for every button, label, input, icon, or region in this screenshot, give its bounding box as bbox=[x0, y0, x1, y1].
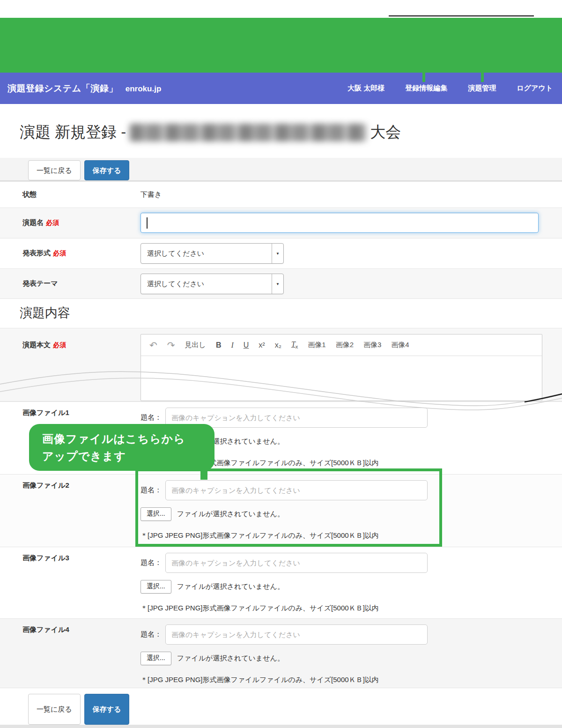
image-file-row-4: 画像ファイル4 題名： 選択... ファイルが選択されていません。 ＊[JPG … bbox=[0, 618, 562, 688]
format-select[interactable]: 選択してください ▼ bbox=[140, 243, 284, 264]
theme-select-value: 選択してください bbox=[141, 280, 272, 289]
caption-input-4[interactable] bbox=[165, 624, 428, 645]
file-format-note: ＊[JPG JPEG PNG]形式画像ファイルファイルのみ、サイズ[5000ＫＢ… bbox=[140, 604, 428, 613]
image-file-4-label: 画像ファイル4 bbox=[20, 619, 140, 688]
body-label: 演題本文 bbox=[22, 341, 51, 349]
page-title-prefix: 演題 新規登録 - bbox=[20, 122, 126, 143]
nav-links: 大阪 太郎様 登録情報編集 演題管理 ログアウト bbox=[348, 84, 553, 93]
redacted-conference-name bbox=[130, 124, 366, 141]
image-file-3-label: 画像ファイル3 bbox=[20, 547, 140, 618]
nav-link-manage[interactable]: 演題管理 bbox=[468, 84, 496, 93]
brand-system-name: 演題登録システム「演録」 bbox=[7, 82, 118, 95]
content-section-heading: 演題内容 bbox=[20, 305, 70, 321]
body-row: 演題本文必須 ↶ ↷ 見出し B I U x² x₂ Tx 画像1 画像2 画像… bbox=[0, 328, 562, 401]
format-select-value: 選択してください bbox=[141, 249, 272, 258]
format-row: 発表形式必須 選択してください ▼ bbox=[0, 238, 562, 268]
insert-image4-button[interactable]: 画像4 bbox=[391, 341, 409, 349]
required-badge: 必須 bbox=[53, 341, 66, 349]
caption-label: 題名： bbox=[140, 558, 162, 567]
insert-image1-button[interactable]: 画像1 bbox=[308, 341, 325, 349]
page-title: 演題 新規登録 -大会 bbox=[20, 122, 401, 143]
navbar: 演題登録システム「演録」 enroku.jp 大阪 太郎様 登録情報編集 演題管… bbox=[0, 73, 562, 104]
top-action-bar: 一覧に戻る 保存する bbox=[0, 158, 562, 181]
theme-label: 発表テーマ bbox=[22, 279, 58, 287]
choose-file-button-2[interactable]: 選択... bbox=[140, 507, 171, 521]
no-file-text: ファイルが選択されていません。 bbox=[177, 654, 284, 663]
status-row: 状態 下書き bbox=[0, 181, 562, 208]
page-title-suffix: 大会 bbox=[370, 122, 401, 143]
choose-file-button-4[interactable]: 選択... bbox=[140, 652, 171, 665]
upload-hint-line1: 画像ファイルはこちらから bbox=[42, 430, 214, 447]
choose-file-button-3[interactable]: 選択... bbox=[140, 580, 171, 594]
back-to-list-button[interactable]: 一覧に戻る bbox=[28, 160, 81, 180]
rich-text-editor: ↶ ↷ 見出し B I U x² x₂ Tx 画像1 画像2 画像3 画像4 bbox=[140, 334, 542, 401]
nav-link-edit-info[interactable]: 登録情報編集 bbox=[405, 84, 447, 93]
save-button[interactable]: 保存する bbox=[84, 694, 130, 725]
chevron-down-icon: ▼ bbox=[272, 274, 283, 294]
bottom-action-bar: 一覧に戻る 保存する bbox=[0, 688, 562, 725]
brand[interactable]: 演題登録システム「演録」 enroku.jp bbox=[7, 82, 161, 95]
insert-image2-button[interactable]: 画像2 bbox=[336, 341, 354, 349]
caption-input-3[interactable] bbox=[165, 553, 428, 573]
back-to-list-button[interactable]: 一覧に戻る bbox=[28, 694, 81, 725]
image-file-row-3: 画像ファイル3 題名： 選択... ファイルが選択されていません。 ＊[JPG … bbox=[0, 547, 562, 618]
footer-bar bbox=[0, 725, 562, 728]
required-badge: 必須 bbox=[46, 219, 59, 226]
subscript-button[interactable]: x₂ bbox=[275, 341, 281, 349]
status-label: 状態 bbox=[20, 182, 140, 208]
theme-select[interactable]: 選択してください ▼ bbox=[140, 274, 284, 294]
editor-toolbar: ↶ ↷ 見出し B I U x² x₂ Tx 画像1 画像2 画像3 画像4 bbox=[141, 334, 542, 356]
nav-user-name[interactable]: 大阪 太郎様 bbox=[348, 84, 385, 93]
upload-hint-line2: アップできます bbox=[42, 447, 214, 465]
caption-label: 題名： bbox=[140, 630, 162, 639]
redo-icon[interactable]: ↷ bbox=[167, 340, 175, 351]
brand-domain: enroku.jp bbox=[126, 84, 162, 94]
clear-format-button[interactable]: Tx bbox=[291, 340, 298, 349]
insert-image3-button[interactable]: 画像3 bbox=[363, 341, 381, 349]
required-badge: 必須 bbox=[53, 249, 66, 257]
chevron-down-icon: ▼ bbox=[272, 244, 283, 263]
editor-content-area[interactable] bbox=[141, 356, 542, 401]
no-file-text: ファイルが選択されていません。 bbox=[177, 510, 284, 519]
image-file-row-2: 画像ファイル2 題名： 選択... ファイルが選択されていません。 ＊[JPG … bbox=[0, 474, 562, 547]
superscript-button[interactable]: x² bbox=[259, 341, 265, 349]
heading-button[interactable]: 見出し bbox=[185, 341, 206, 349]
caption-label: 題名： bbox=[140, 486, 162, 495]
caption-label: 題名： bbox=[140, 413, 162, 422]
nav-link-logout[interactable]: ログアウト bbox=[517, 84, 553, 93]
title-input[interactable] bbox=[140, 213, 539, 233]
green-banner bbox=[0, 18, 562, 73]
undo-icon[interactable]: ↶ bbox=[149, 340, 157, 351]
upload-hint-callout: 画像ファイルはこちらから アップできます bbox=[29, 424, 214, 471]
file-format-note: ＊[JPG JPEG PNG]形式画像ファイルファイルのみ、サイズ[5000ＫＢ… bbox=[140, 676, 428, 684]
callout-pointer-line-2 bbox=[481, 73, 484, 82]
italic-button[interactable]: I bbox=[231, 341, 233, 349]
decoration-line bbox=[389, 15, 534, 16]
underline-button[interactable]: U bbox=[244, 341, 249, 349]
caption-input-2[interactable] bbox=[165, 480, 428, 500]
text-caret bbox=[147, 217, 148, 229]
save-button[interactable]: 保存する bbox=[84, 160, 130, 180]
format-label: 発表形式 bbox=[22, 249, 51, 257]
page: 演題登録システム「演録」 enroku.jp 大阪 太郎様 登録情報編集 演題管… bbox=[0, 0, 562, 728]
bold-button[interactable]: B bbox=[216, 341, 222, 349]
status-value: 下書き bbox=[140, 182, 162, 208]
no-file-text: ファイルが選択されていません。 bbox=[177, 582, 284, 591]
image-file-2-label: 画像ファイル2 bbox=[20, 475, 140, 547]
file-format-note: ＊[JPG JPEG PNG]形式画像ファイルファイルのみ、サイズ[5000ＫＢ… bbox=[140, 531, 428, 540]
title-row: 演題名必須 bbox=[0, 208, 562, 238]
title-label: 演題名 bbox=[22, 218, 44, 226]
theme-row: 発表テーマ 選択してください ▼ bbox=[0, 268, 562, 299]
callout-pointer-line-1 bbox=[422, 73, 425, 82]
